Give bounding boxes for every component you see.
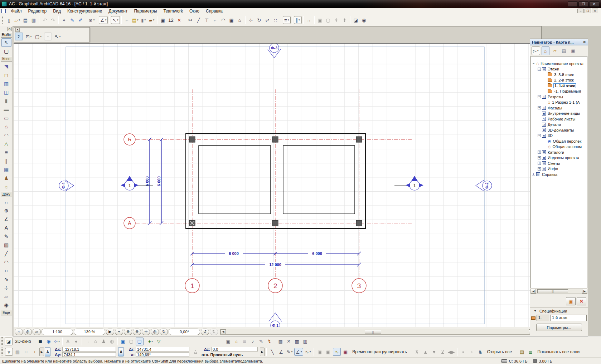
column-tool[interactable]: ▮ bbox=[1, 97, 11, 105]
circle-tool[interactable]: ○ bbox=[1, 266, 11, 275]
section-marker-right[interactable]: 1 bbox=[394, 176, 423, 190]
home-view-icon[interactable]: ⌂ bbox=[92, 338, 100, 345]
coord-popout-icon[interactable]: ▶ bbox=[260, 348, 265, 356]
menu-item[interactable]: Справка bbox=[203, 8, 226, 14]
minimize-button[interactable]: – bbox=[568, 1, 578, 7]
dy-field[interactable]: 7434,1 bbox=[62, 352, 116, 357]
rotation-field[interactable]: 0,00° bbox=[169, 329, 200, 335]
page-icon[interactable]: ▢ bbox=[127, 338, 135, 345]
menu-item[interactable]: Вид bbox=[50, 8, 64, 14]
save-icon[interactable]: ▤ bbox=[21, 16, 29, 24]
scissors-icon[interactable]: ✂ bbox=[186, 16, 194, 24]
zoom-box-button[interactable]: ◎ bbox=[24, 329, 32, 335]
hotspot-tool[interactable]: ⊹ bbox=[1, 284, 11, 292]
horizontal-scrollbar[interactable]: ◀ ||| ▶ bbox=[220, 329, 534, 335]
menu-item[interactable]: Файл bbox=[8, 8, 25, 14]
shell-tool[interactable]: ◠ bbox=[1, 131, 11, 139]
curtain-wall-tool[interactable]: ▦ bbox=[1, 165, 11, 174]
specifications-header[interactable]: ▼ Спецификации bbox=[530, 308, 588, 314]
layers-3d-icon[interactable]: ≣ bbox=[241, 338, 249, 345]
annotate-icon[interactable]: ✎ bbox=[257, 338, 265, 345]
tree-expand-icon[interactable]: + bbox=[532, 173, 535, 176]
label-tool[interactable]: ✎ bbox=[1, 232, 11, 241]
camera-tool[interactable]: ◉ bbox=[1, 301, 11, 309]
angle-mode-icon[interactable]: ∠ bbox=[277, 348, 285, 356]
snap-angle-icon[interactable]: ∠ bbox=[294, 348, 303, 356]
tree-story-minus1[interactable]: -1. Подземный bbox=[531, 89, 587, 94]
ruler-icon[interactable]: ⌐ bbox=[123, 16, 131, 24]
tree-perspective[interactable]: ◉ Общая перспек bbox=[531, 138, 587, 144]
horizontal-scroll-thumb[interactable]: ||| bbox=[365, 330, 381, 334]
zoom-level-button[interactable]: 139 % bbox=[74, 329, 105, 335]
tree-info[interactable]: + ▤ Инфо bbox=[531, 166, 587, 172]
story-number-field[interactable]: 1. bbox=[537, 315, 549, 321]
look-to-icon[interactable]: → bbox=[83, 338, 91, 345]
fit-in-window-button[interactable]: ◎ bbox=[151, 329, 159, 335]
partial-structure-icon[interactable]: ▮ bbox=[140, 16, 147, 24]
railing-tool[interactable]: ∥ bbox=[1, 157, 11, 165]
zoom-plusminus-button[interactable]: ± bbox=[115, 329, 123, 335]
find-select-icon[interactable]: ⌖ bbox=[60, 16, 68, 24]
tree-interior-views[interactable]: ▣ Внутренние виды bbox=[531, 111, 587, 117]
3d-axis-icon[interactable]: ⊹ bbox=[53, 338, 61, 345]
project-map-button[interactable]: ⌂ bbox=[542, 46, 549, 55]
split-icon[interactable]: ╱ bbox=[195, 16, 203, 24]
toolbox-close-icon[interactable]: ✕ bbox=[7, 27, 12, 31]
toolbox-section-header[interactable]: Конс bbox=[1, 56, 12, 62]
center-align-icon[interactable]: ◀▶ bbox=[447, 348, 455, 356]
guide-lines-icon[interactable]: ∠ bbox=[99, 16, 108, 24]
tree-expand-icon[interactable]: + bbox=[538, 167, 541, 171]
tree-section-1-1[interactable]: ⌂ 1 Разрез 1-1 (А bbox=[531, 100, 587, 105]
unlock-all-button[interactable]: Открыть все bbox=[485, 349, 514, 354]
tree-project-indexes[interactable]: + ≣ Индексы проекта bbox=[531, 155, 587, 161]
render-settings-icon[interactable]: ▣ bbox=[224, 338, 232, 345]
arc-tool[interactable]: ◠ bbox=[1, 258, 11, 266]
delete-schedule-icon[interactable]: ✕ bbox=[285, 338, 293, 345]
roof-tool[interactable]: ⌂ bbox=[1, 122, 11, 131]
polyline-tool[interactable]: ∿ bbox=[1, 275, 11, 284]
restore-button[interactable]: ❒ bbox=[578, 1, 588, 7]
menu-item[interactable]: Параметры bbox=[131, 8, 160, 14]
arrow-tool[interactable]: ↖ bbox=[1, 38, 11, 47]
tree-expand-icon[interactable]: − bbox=[538, 95, 541, 98]
cursor-snap-icon[interactable]: ↖ bbox=[111, 16, 120, 24]
multiply-icon[interactable]: ∷ bbox=[272, 16, 280, 24]
ungroup-icon[interactable]: ▢ bbox=[324, 16, 332, 24]
print-icon[interactable]: ▥ bbox=[30, 16, 38, 24]
column-grid-bubbles[interactable]: 1 2 3 bbox=[185, 279, 366, 293]
align-top-icon[interactable]: ⊼ bbox=[413, 348, 421, 356]
filter-3d-icon[interactable]: ▽ bbox=[155, 338, 163, 345]
publisher-button[interactable]: ▣ bbox=[570, 46, 577, 55]
people-icon[interactable]: ♟ bbox=[100, 338, 108, 345]
origin-cross-icon[interactable]: + bbox=[31, 348, 39, 356]
previous-zoom-button[interactable]: ↺ bbox=[201, 329, 209, 335]
origin-toggle-icon[interactable]: ⋎ bbox=[5, 348, 13, 356]
corner-window-tool[interactable]: ◫ bbox=[1, 88, 11, 97]
new-viewpoint-button[interactable]: ▣ bbox=[566, 297, 576, 305]
scroll-left-icon[interactable]: ◀ bbox=[531, 289, 536, 294]
magic-wand-icon[interactable]: ∿ bbox=[333, 348, 341, 356]
sun-study-icon[interactable]: ☼ bbox=[233, 338, 241, 345]
adjust-icon[interactable]: ⊤ bbox=[203, 16, 211, 24]
mesh-tool[interactable]: △ bbox=[1, 139, 11, 148]
table-icon[interactable]: ▦ bbox=[293, 338, 301, 345]
move-down-icon[interactable]: ▼ bbox=[430, 348, 438, 356]
menu-item[interactable]: Teamwork bbox=[160, 8, 186, 14]
window-tool[interactable]: ▥ bbox=[1, 79, 11, 88]
lamp-tool[interactable]: ☼ bbox=[1, 182, 11, 191]
more-button[interactable]: ▶ bbox=[106, 329, 114, 335]
absolute-toggle-r[interactable]: A bbox=[118, 347, 124, 356]
story-name-field[interactable]: 1-й этаж bbox=[550, 315, 587, 321]
line-tool[interactable]: ╱ bbox=[1, 249, 11, 258]
move-icon[interactable]: ⊹ bbox=[247, 16, 255, 24]
parameters-button[interactable]: Параметры... bbox=[536, 324, 582, 331]
pen-angle-icon[interactable]: ✎ bbox=[286, 348, 294, 356]
dx-field[interactable]: -12718,1 bbox=[62, 347, 116, 351]
menu-item[interactable]: Документ bbox=[105, 8, 131, 14]
tree-3d-documents[interactable]: ◉ 3D-документы bbox=[531, 127, 587, 133]
navigator-chooser-button[interactable]: ▻ bbox=[532, 46, 540, 55]
line-mode-icon[interactable]: ╲ bbox=[268, 348, 276, 356]
zoom-out-button[interactable]: ⊖ bbox=[133, 329, 141, 335]
new-document-icon[interactable]: ▯ bbox=[5, 16, 13, 24]
orbit-mode-icon[interactable]: ● bbox=[72, 338, 80, 345]
